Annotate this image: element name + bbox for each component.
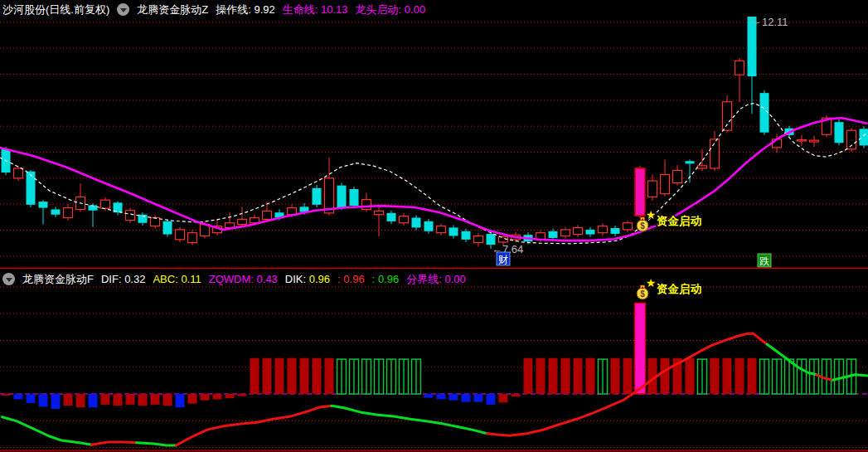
- param-longtou-qidong: 龙头启动: 0.00: [356, 2, 426, 17]
- sub-indicator-name[interactable]: 龙腾资金脉动F: [22, 272, 94, 286]
- param-red-096: : 0.96: [337, 272, 365, 286]
- param-fenjiexian: 分界线: 0.00: [406, 272, 466, 286]
- sub-chart-area[interactable]: [0, 287, 868, 450]
- chevron-glyph: [120, 8, 127, 12]
- stock-title: 沙河股份(日线.前复权): [2, 2, 109, 17]
- param-dik: DIK: 0.96: [285, 272, 330, 286]
- chevron-down-icon[interactable]: [117, 3, 129, 16]
- stock-chart-app: 沙河股份(日线.前复权) 龙腾资金脉动Z 操作线: 9.92 生命线: 10.1…: [0, 0, 868, 452]
- main-chart-header: 沙河股份(日线.前复权) 龙腾资金脉动Z 操作线: 9.92 生命线: 10.1…: [2, 2, 425, 17]
- param-dif: DIF: 0.32: [101, 272, 146, 286]
- param-caozuoxian: 操作线: 9.92: [216, 2, 275, 17]
- chevron-glyph: [6, 278, 12, 282]
- sub-chart-header: 龙腾资金脉动F DIF: 0.32 ABC: 0.11 ZQWDM: 0.43 …: [2, 272, 466, 286]
- param-green-096: : 0.96: [372, 272, 400, 286]
- main-chart-area[interactable]: [0, 18, 868, 267]
- param-zqwdm: ZQWDM: 0.43: [209, 272, 278, 286]
- main-indicator-name[interactable]: 龙腾资金脉动Z: [137, 2, 208, 17]
- chevron-down-icon[interactable]: [2, 273, 15, 285]
- param-abc: ABC: 0.11: [153, 272, 201, 286]
- param-shengmingxian: 生命线: 10.13: [283, 2, 348, 17]
